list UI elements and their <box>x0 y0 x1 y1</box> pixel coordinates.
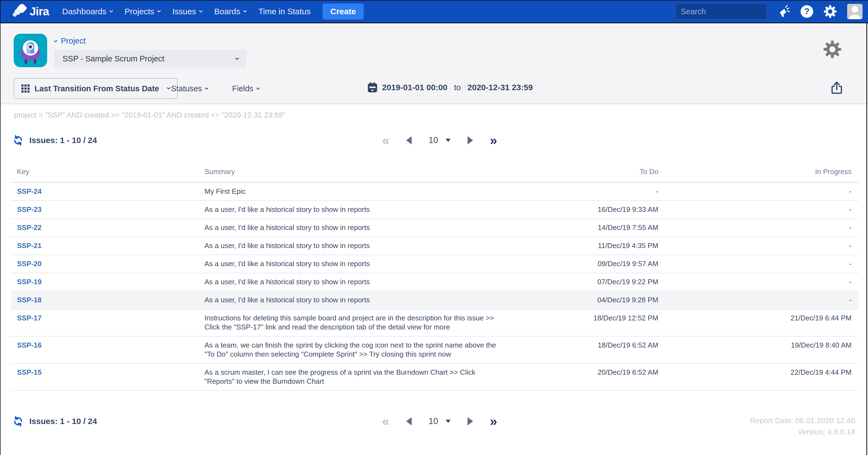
table-row: SSP-21As a user, I'd like a historical s… <box>11 237 859 255</box>
issue-summary: As a team, we can finish the sprint by c… <box>205 336 524 363</box>
project-dropdown-toggle[interactable]: Project <box>54 36 246 46</box>
next-page-button[interactable] <box>468 417 473 425</box>
issues-table-wrap: Key Summary To Do In Progress SSP-24My F… <box>11 164 859 391</box>
issue-key-link[interactable]: SSP-17 <box>17 314 42 322</box>
chevron-down-icon <box>256 86 260 90</box>
chevron-down-icon <box>235 56 239 60</box>
inprogress-date: - <box>669 219 859 237</box>
issue-key-link[interactable]: SSP-22 <box>17 223 42 232</box>
column-header-inprogress[interactable]: In Progress <box>669 164 859 183</box>
fields-dropdown[interactable]: Fields <box>232 84 259 93</box>
date-range-picker[interactable]: 2019-01-01 00:00 to 2020-12-31 23:59 <box>367 82 533 93</box>
report-header-section: Project SSP - Sample Scrum Project Last … <box>1 23 868 104</box>
issue-key-cell: SSP-22 <box>11 219 205 237</box>
table-row: SSP-17Instructions for deleting this sam… <box>11 309 859 336</box>
table-row: SSP-19As a user, I'd like a historical s… <box>11 273 859 291</box>
column-header-summary[interactable]: Summary <box>205 164 524 183</box>
page-size-select[interactable]: 10 <box>429 135 451 145</box>
inprogress-date: 19/Dec/19 8:40 AM <box>669 336 859 363</box>
gear-icon[interactable] <box>824 5 837 18</box>
calendar-icon <box>367 82 378 93</box>
inprogress-date: - <box>669 201 859 219</box>
issue-summary: As a user, I'd like a historical story t… <box>205 273 524 291</box>
project-select[interactable]: SSP - Sample Scrum Project <box>54 50 246 67</box>
chevron-down-icon <box>205 86 209 90</box>
help-icon[interactable]: ? <box>801 5 813 18</box>
search-box[interactable] <box>676 4 767 20</box>
issue-key-link[interactable]: SSP-24 <box>17 187 42 195</box>
avatar-head <box>851 6 858 12</box>
issues-table-body: SSP-24My First Epic--SSP-23As a user, I'… <box>11 183 859 391</box>
todo-date: 04/Dec/19 9:28 PM <box>524 291 669 309</box>
column-header-todo[interactable]: To Do <box>524 164 669 183</box>
nav-item-projects[interactable]: Projects <box>125 7 160 16</box>
nav-item-time-in-status[interactable]: Time in Status <box>258 7 311 16</box>
issues-count-label: Issues: 1 - 10 / 24 <box>29 417 97 426</box>
issue-key-link[interactable]: SSP-16 <box>17 341 42 349</box>
page-size-value: 10 <box>429 135 438 145</box>
chevron-down-icon <box>243 9 247 12</box>
page-size-select[interactable]: 10 <box>429 416 451 426</box>
create-button[interactable]: Create <box>322 4 364 20</box>
next-page-button[interactable] <box>468 136 473 145</box>
todo-date: - <box>524 183 669 201</box>
report-type-dropdown[interactable]: Last Transition From Status Date <box>14 78 178 99</box>
last-page-button[interactable]: » <box>490 134 497 147</box>
issue-key-link[interactable]: SSP-18 <box>17 296 42 304</box>
export-button[interactable] <box>831 81 843 95</box>
pagination-top: « 10 » <box>382 132 497 149</box>
main-nav: DashboardsProjectsIssuesBoardsTime in St… <box>62 7 311 16</box>
issue-summary: My First Epic <box>205 183 524 201</box>
issues-table: Key Summary To Do In Progress SSP-24My F… <box>11 164 859 391</box>
page: { "navbar": { "logo_text": "Jira", "item… <box>0 0 868 455</box>
report-version: Version: 4.6.0.14 <box>750 426 855 437</box>
inprogress-date: - <box>669 273 859 291</box>
jira-logo[interactable]: Jira <box>12 4 49 19</box>
user-avatar[interactable] <box>847 4 863 19</box>
caret-down-icon <box>446 139 451 142</box>
chevron-down-icon <box>54 38 58 42</box>
project-block: Project SSP - Sample Scrum Project <box>54 36 246 67</box>
report-settings-gear-icon[interactable] <box>823 40 841 58</box>
issue-key-link[interactable]: SSP-19 <box>17 278 42 286</box>
nav-item-issues[interactable]: Issues <box>173 7 202 16</box>
issue-key-link[interactable]: SSP-15 <box>17 368 42 376</box>
refresh-icon[interactable] <box>13 416 23 426</box>
nav-item-label: Time in Status <box>258 7 311 16</box>
issue-key-cell: SSP-23 <box>11 201 205 219</box>
announcement-icon[interactable] <box>778 5 790 18</box>
last-page-button[interactable]: » <box>490 415 497 428</box>
issue-summary: As a user, I'd like a historical story t… <box>205 237 524 255</box>
search-input[interactable] <box>681 7 784 16</box>
table-header-row: Key Summary To Do In Progress <box>11 164 859 183</box>
issue-key-link[interactable]: SSP-20 <box>17 260 42 268</box>
previous-page-button[interactable] <box>406 136 412 145</box>
inprogress-date: - <box>669 183 859 201</box>
first-page-button[interactable]: « <box>382 415 390 428</box>
report-type-label: Last Transition From Status Date <box>34 84 159 93</box>
project-label: Project <box>61 36 86 46</box>
report-date: Report Date: 06.01.2020 12:46 <box>750 415 855 426</box>
issue-summary: Instructions for deleting this sample bo… <box>205 309 524 336</box>
top-navbar: Jira DashboardsProjectsIssuesBoardsTime … <box>1 1 868 23</box>
first-page-button[interactable]: « <box>382 134 390 147</box>
column-header-key[interactable]: Key <box>11 164 205 183</box>
issue-key-cell: SSP-19 <box>11 273 205 291</box>
todo-date: 11/Dec/19 4:35 PM <box>524 237 669 255</box>
issue-summary: As a user, I'd like a historical story t… <box>205 219 524 237</box>
report-meta: Report Date: 06.01.2020 12:46 Version: 4… <box>750 415 855 437</box>
refresh-icon[interactable] <box>13 135 23 146</box>
inprogress-date: - <box>669 291 859 309</box>
issue-key-link[interactable]: SSP-21 <box>17 241 42 250</box>
nav-item-label: Issues <box>173 7 196 16</box>
issue-key-link[interactable]: SSP-23 <box>17 205 42 214</box>
issue-key-cell: SSP-20 <box>11 255 205 273</box>
nav-item-dashboards[interactable]: Dashboards <box>62 7 113 16</box>
statuses-dropdown[interactable]: Statuses <box>171 84 208 93</box>
issues-count-label: Issues: 1 - 10 / 24 <box>29 136 97 145</box>
previous-page-button[interactable] <box>406 417 412 425</box>
nav-item-boards[interactable]: Boards <box>214 7 246 16</box>
table-row: SSP-23As a user, I'd like a historical s… <box>11 201 859 219</box>
inprogress-date: - <box>669 237 859 255</box>
pagination-bottom: « 10 » <box>382 413 497 429</box>
